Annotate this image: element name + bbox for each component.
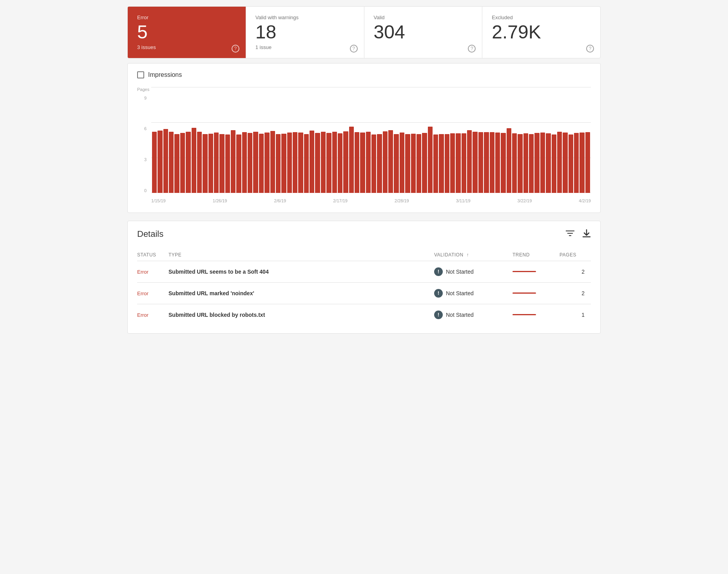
chart-bar	[394, 134, 398, 193]
chart-bar	[473, 132, 477, 193]
chart-bar	[495, 133, 500, 193]
chart-bar	[450, 133, 455, 193]
chart-bar	[293, 132, 297, 193]
validation-text-0: Not Started	[446, 269, 474, 275]
download-icon[interactable]	[582, 229, 591, 240]
status-card-valid[interactable]: Valid 304 ?	[364, 7, 483, 58]
x-label-1: 1/26/19	[213, 198, 227, 203]
y-label-0: 0	[144, 188, 149, 193]
validation-status-icon-1: !	[434, 289, 443, 298]
cell-pages-1: 2	[560, 282, 591, 304]
y-label-3: 3	[144, 157, 149, 162]
valid-value: 304	[374, 22, 473, 43]
col-header-trend: Trend	[512, 249, 560, 261]
chart-bar	[186, 132, 190, 193]
chart-bar	[467, 130, 472, 193]
chart-bar	[270, 131, 275, 193]
chart-bar	[422, 133, 427, 193]
chart-bar	[371, 134, 376, 193]
x-label-6: 3/22/19	[518, 198, 532, 203]
chart-bar	[163, 129, 168, 193]
chart-bar	[248, 133, 252, 193]
chart-bar	[203, 134, 207, 193]
chart-bar	[264, 133, 269, 193]
chart-bar	[428, 127, 433, 193]
col-header-pages: Pages	[560, 249, 591, 261]
chart-bar	[462, 133, 466, 193]
filter-icon[interactable]	[566, 230, 574, 239]
y-label-9: 9	[144, 96, 149, 100]
cell-type-0: Submitted URL seems to be a Soft 404	[168, 261, 434, 282]
trend-line-1	[512, 292, 536, 294]
sort-arrow-icon: ↑	[466, 252, 469, 258]
y-axis: 9 6 3 0	[137, 96, 149, 193]
chart-bar	[518, 134, 522, 193]
cell-trend-0	[512, 261, 560, 282]
y-label-6: 6	[144, 126, 149, 131]
cell-pages-0: 2	[560, 261, 591, 282]
chart-bar	[231, 130, 235, 193]
chart-bar	[574, 133, 579, 193]
x-label-7: 4/2/19	[579, 198, 591, 203]
chart-bar	[225, 134, 230, 193]
cell-validation-1: ! Not Started	[434, 282, 512, 304]
chart-bar	[304, 134, 309, 193]
details-panel: Details	[127, 221, 601, 334]
chart-bar	[478, 132, 483, 193]
cell-type-2: Submitted URL blocked by robots.txt	[168, 304, 434, 325]
chart-bar	[439, 134, 444, 193]
status-card-valid-warnings[interactable]: Valid with warnings 18 1 issue ?	[246, 7, 364, 58]
chart-bar	[259, 134, 264, 193]
chart-bar	[501, 133, 505, 193]
table-row[interactable]: Error Submitted URL blocked by robots.tx…	[137, 304, 591, 325]
error-help-icon[interactable]: ?	[232, 45, 239, 53]
details-header: Details	[137, 229, 591, 240]
error-sub: 3 issues	[137, 44, 236, 50]
x-label-0: 1/15/19	[151, 198, 166, 203]
chart-bar	[546, 133, 551, 193]
chart-bar	[332, 132, 337, 193]
chart-bar	[281, 134, 286, 193]
col-header-validation[interactable]: Validation ↑	[434, 249, 512, 261]
chart-bar	[417, 134, 421, 193]
chart-bar	[445, 134, 449, 193]
excluded-help-icon[interactable]: ?	[586, 45, 594, 53]
chart-content: 1/15/19 1/26/19 2/6/19 2/17/19 2/28/19 3…	[151, 87, 591, 205]
status-card-error[interactable]: Error 5 3 issues ?	[128, 7, 246, 58]
chart-bar	[236, 134, 241, 193]
cell-status-1: Error	[137, 282, 168, 304]
chart-bar	[287, 133, 292, 193]
chart-bar	[174, 134, 179, 193]
validation-text-1: Not Started	[446, 290, 474, 296]
validation-status-icon-0: !	[434, 267, 443, 276]
chart-bar	[197, 132, 202, 193]
x-label-4: 2/28/19	[395, 198, 409, 203]
chart-bar	[523, 133, 528, 193]
status-card-excluded[interactable]: Excluded 2.79K ?	[482, 7, 600, 58]
col-header-status: Status	[137, 249, 168, 261]
chart-header: Impressions	[137, 71, 591, 78]
trend-line-2	[512, 314, 536, 315]
table-row[interactable]: Error Submitted URL seems to be a Soft 4…	[137, 261, 591, 282]
cell-validation-2: ! Not Started	[434, 304, 512, 325]
chart-bar	[400, 133, 404, 193]
cell-pages-2: 1	[560, 304, 591, 325]
x-label-2: 2/6/19	[274, 198, 286, 203]
valid-warnings-help-icon[interactable]: ?	[350, 45, 358, 53]
details-table: Status Type Validation ↑ Trend Pages	[137, 249, 591, 325]
impressions-checkbox[interactable]	[137, 71, 144, 78]
chart-bar	[585, 132, 590, 193]
cell-trend-1	[512, 282, 560, 304]
chart-bar	[580, 133, 584, 193]
valid-warnings-value: 18	[255, 22, 355, 43]
chart-bar	[152, 132, 157, 193]
x-label-3: 2/17/19	[333, 198, 348, 203]
valid-help-icon[interactable]: ?	[468, 45, 476, 53]
table-row[interactable]: Error Submitted URL marked 'noindex' ! N…	[137, 282, 591, 304]
valid-warnings-label: Valid with warnings	[255, 15, 355, 20]
chart-bar	[298, 133, 303, 193]
chart-bar	[208, 134, 213, 193]
error-label: Error	[137, 15, 236, 20]
chart-bar	[338, 133, 342, 193]
details-title: Details	[137, 229, 163, 239]
